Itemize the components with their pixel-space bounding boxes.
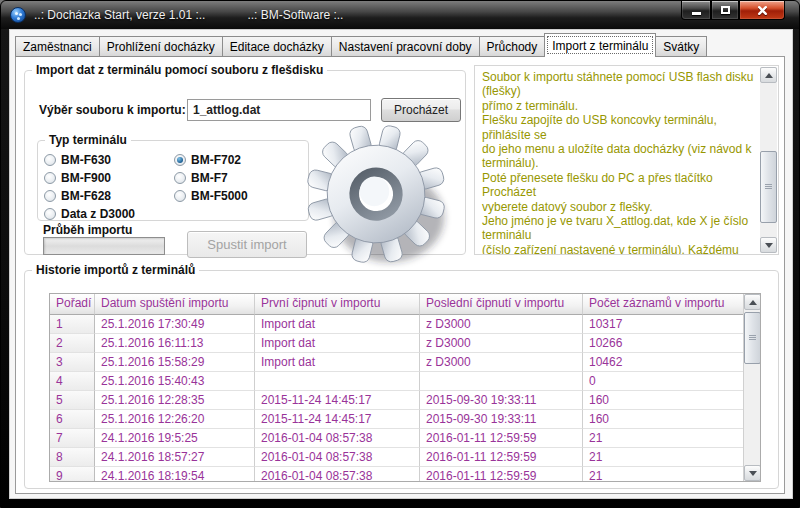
scroll-up-icon[interactable] — [744, 294, 761, 310]
radio-icon[interactable] — [44, 208, 56, 220]
radio-label: BM-F900 — [61, 171, 111, 185]
table-row[interactable]: 824.1.2016 18:57:272016-01-04 08:57:3820… — [50, 448, 744, 467]
column-header[interactable]: První čipnutí v importu — [255, 294, 420, 315]
table-scrollbar-thumb[interactable] — [744, 312, 761, 364]
table-cell: 160 — [583, 410, 744, 429]
radio-terminal-type[interactable]: BM-F628 — [44, 187, 172, 205]
window-title-right: ..: BM-Software :.. — [247, 8, 343, 22]
radio-label: BM-F630 — [61, 153, 111, 167]
table-cell: 160 — [583, 391, 744, 410]
table-cell: Import dat — [255, 334, 420, 353]
radio-terminal-type[interactable]: BM-F900 — [44, 169, 172, 187]
table-row[interactable]: 225.1.2016 16:11:13Import datz D30001026… — [50, 334, 744, 353]
table-row[interactable]: 525.1.2016 12:28:352015-11-24 14:45:1720… — [50, 391, 744, 410]
radio-terminal-type[interactable]: BM-F630 — [44, 151, 172, 169]
scroll-down-icon[interactable] — [760, 237, 777, 253]
maximize-button[interactable] — [711, 1, 739, 20]
radio-icon[interactable] — [44, 190, 56, 202]
import-history-table: PořadíDatum spuštění importuPrvní čipnut… — [49, 293, 761, 482]
tab[interactable]: Editace docházky — [223, 36, 332, 57]
radio-label: BM-F5000 — [191, 189, 248, 203]
column-header[interactable]: Poslední čipnutí v importu — [420, 294, 583, 315]
title-bar: ..: Docházka Start, verze 1.01 :.. ..: B… — [1, 1, 799, 29]
table-row[interactable]: 625.1.2016 12:26:202015-11-24 14:45:1720… — [50, 410, 744, 429]
table-cell: 2015-11-24 14:45:17 — [255, 391, 420, 410]
tab[interactable]: Prohlížení docházky — [100, 36, 223, 57]
table-cell: 24.1.2016 19:5:25 — [95, 429, 255, 448]
tab[interactable]: Průchody — [480, 36, 546, 57]
radio-icon[interactable] — [44, 172, 56, 184]
table-cell: Import dat — [255, 315, 420, 334]
row-header-cell: 8 — [50, 448, 95, 467]
scroll-up-icon[interactable] — [760, 67, 777, 83]
table-cell — [255, 372, 420, 391]
scroll-down-icon[interactable] — [744, 465, 761, 481]
table-row[interactable]: 425.1.2016 15:40:430 — [50, 372, 744, 391]
column-header[interactable]: Počet záznamů v importu — [583, 294, 744, 315]
radio-label: BM-F7 — [191, 171, 228, 185]
file-path-input[interactable] — [187, 99, 371, 121]
radio-label: BM-F628 — [61, 189, 111, 203]
table-row[interactable]: 325.1.2016 15:58:29Import datz D30001046… — [50, 353, 744, 372]
tab[interactable]: Import z terminálu — [544, 33, 656, 57]
help-text: Soubor k importu stáhnete pomocí USB fla… — [482, 70, 756, 252]
browse-button[interactable]: Procházet — [381, 98, 461, 122]
file-select-label: Výběr souboru k importu: — [39, 103, 186, 117]
radio-icon[interactable] — [174, 190, 186, 202]
table-cell: 10266 — [583, 334, 744, 353]
radio-icon[interactable] — [44, 154, 56, 166]
radio-label: Data z D3000 — [61, 207, 135, 221]
radio-terminal-type[interactable]: Data z D3000 — [44, 205, 172, 223]
table-cell: z D3000 — [420, 315, 583, 334]
help-scrollbar[interactable] — [760, 67, 777, 253]
table-cell: 25.1.2016 12:26:20 — [95, 410, 255, 429]
table-cell: 2016-01-04 08:57:38 — [255, 448, 420, 467]
help-scrollbar-thumb[interactable] — [760, 151, 777, 223]
terminal-type-title: Typ terminálu — [45, 133, 131, 147]
history-groupbox-title: Historie importů z terminálů — [32, 263, 199, 277]
gear-icon — [303, 123, 455, 271]
table-cell: 24.1.2016 18:57:27 — [95, 448, 255, 467]
radio-icon[interactable] — [174, 172, 186, 184]
row-header-cell: 6 — [50, 410, 95, 429]
table-cell: 2016-01-11 12:59:59 — [420, 448, 583, 467]
import-progress-bar — [43, 237, 165, 255]
import-groupbox: Import dat z terminálu pomocí souboru z … — [24, 63, 466, 255]
tab[interactable]: Svátky — [656, 36, 707, 57]
table-cell: 25.1.2016 17:30:49 — [95, 315, 255, 334]
table-cell: 2016-01-11 12:59:59 — [420, 429, 583, 448]
table-row[interactable]: 125.1.2016 17:30:49Import datz D30001031… — [50, 315, 744, 334]
table-cell: 2016-01-11 12:59:59 — [420, 467, 583, 482]
window-title: ..: Docházka Start, verze 1.01 :.. ..: B… — [34, 8, 343, 22]
table-cell: 25.1.2016 16:11:13 — [95, 334, 255, 353]
column-header[interactable]: Pořadí — [50, 294, 95, 315]
table-cell: z D3000 — [420, 353, 583, 372]
tab[interactable]: Zaměstnanci — [15, 36, 100, 57]
radio-icon[interactable] — [174, 154, 186, 166]
tab[interactable]: Nastavení pracovní doby — [332, 36, 480, 57]
row-header-cell: 2 — [50, 334, 95, 353]
radio-terminal-type[interactable]: BM-F702 — [174, 151, 302, 169]
table-cell: 25.1.2016 15:40:43 — [95, 372, 255, 391]
maximize-icon — [721, 6, 730, 14]
window-controls — [681, 1, 785, 20]
table-row[interactable]: 724.1.2016 19:5:252016-01-04 08:57:38201… — [50, 429, 744, 448]
tab-page-import: Import dat z terminálu pomocí souboru z … — [15, 56, 785, 494]
table-body: PořadíDatum spuštění importuPrvní čipnut… — [50, 294, 744, 482]
terminal-type-options: BM-F630BM-F900BM-F628Data z D3000BM-F702… — [44, 151, 304, 225]
table-scrollbar[interactable] — [743, 294, 760, 481]
window-title-left: ..: Docházka Start, verze 1.01 :.. — [34, 8, 205, 22]
column-header[interactable]: Datum spuštění importu — [95, 294, 255, 315]
help-text-box: Soubor k importu stáhnete pomocí USB fla… — [474, 65, 779, 255]
table-cell: 2016-01-04 08:57:38 — [255, 429, 420, 448]
close-button[interactable] — [739, 1, 785, 20]
row-header-cell: 1 — [50, 315, 95, 334]
table-row[interactable]: 924.1.2016 18:19:542016-01-04 08:57:3820… — [50, 467, 744, 482]
start-import-button[interactable]: Spustit import — [187, 231, 307, 258]
table-cell: 2016-01-04 08:57:38 — [255, 467, 420, 482]
app-icon — [10, 7, 26, 23]
radio-terminal-type[interactable]: BM-F5000 — [174, 187, 302, 205]
radio-terminal-type[interactable]: BM-F7 — [174, 169, 302, 187]
tab-strip: ZaměstnanciProhlížení docházkyEditace do… — [15, 33, 707, 57]
minimize-button[interactable] — [681, 1, 711, 20]
